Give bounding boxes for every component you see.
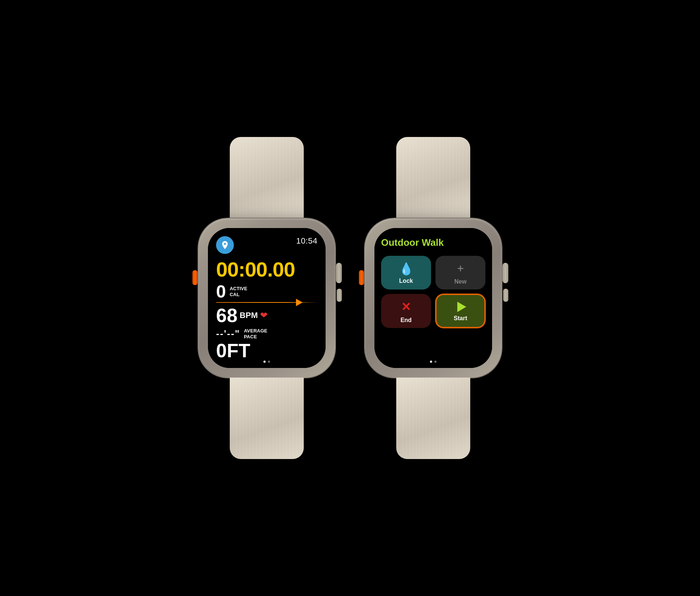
water-drop-icon: 💧 (399, 263, 414, 275)
start-label: Start (454, 315, 467, 322)
watch-1-screen: 10:54 00:00.00 0 ACTIVE CAL (208, 228, 326, 368)
play-icon (455, 302, 466, 312)
watch-2-crown[interactable] (502, 263, 508, 283)
watch-1-action-button[interactable] (192, 270, 198, 285)
workout-screen: 10:54 00:00.00 0 ACTIVE CAL (208, 228, 326, 368)
watch-2-side-button[interactable] (503, 289, 508, 302)
watch-1-time: 10:54 (296, 236, 317, 246)
watch-1: 10:54 00:00.00 0 ACTIVE CAL (198, 137, 335, 459)
cal-label: ACTIVE CAL (230, 286, 248, 297)
new-label: New (454, 278, 467, 285)
arrow-divider (216, 302, 317, 303)
end-button[interactable]: ✕ End (381, 294, 431, 328)
arrow-row (216, 302, 317, 303)
distance: 0FT (216, 341, 317, 360)
arrow-head-icon (296, 299, 303, 306)
pace-row: --'--" AVERAGE PACE (216, 328, 317, 339)
pace-dashes: --'--" (216, 328, 240, 339)
watch-2-band-bottom (396, 378, 470, 459)
watch-2-action-button[interactable] (359, 270, 364, 285)
pace-label: AVERAGE PACE (244, 328, 267, 339)
watch-2-band-top (396, 137, 470, 218)
watch-1-band-bottom (230, 378, 304, 459)
watch-1-body: 10:54 00:00.00 0 ACTIVE CAL (198, 218, 335, 378)
dot-2 (268, 361, 270, 363)
page-dots (263, 361, 270, 363)
lock-button[interactable]: 💧 Lock (381, 256, 431, 289)
page-dots-2 (430, 361, 437, 363)
watch-2: Outdoor Walk 💧 Lock + New (365, 137, 502, 459)
new-button[interactable]: + New (435, 256, 485, 289)
start-button[interactable]: Start (435, 294, 485, 328)
x-icon: ✕ (401, 300, 411, 314)
watch-1-crown[interactable] (336, 263, 342, 283)
dot-w2-1 (430, 361, 432, 363)
dot-w2-2 (434, 361, 437, 363)
play-triangle-icon (457, 302, 466, 312)
watch-2-screen: Outdoor Walk 💧 Lock + New (374, 228, 492, 368)
lock-label: Lock (399, 278, 413, 284)
bpm-row: 68 BPM ❤ (216, 306, 317, 325)
watch-1-band-top (230, 137, 304, 218)
plus-icon: + (457, 262, 464, 275)
heart-icon: ❤ (260, 310, 267, 321)
watch-2-body: Outdoor Walk 💧 Lock + New (365, 218, 502, 378)
workout-buttons-grid: 💧 Lock + New ✕ End (381, 256, 485, 328)
cal-row: 0 ACTIVE CAL (216, 283, 317, 301)
end-label: End (400, 317, 411, 324)
bpm-number: 68 (216, 306, 238, 325)
dot-1 (263, 361, 266, 363)
outdoor-walk-title: Outdoor Walk (381, 237, 485, 248)
workout-timer: 00:00.00 (216, 259, 317, 280)
watch-1-side-button[interactable] (337, 289, 342, 302)
location-icon (216, 236, 234, 254)
outdoor-walk-screen: Outdoor Walk 💧 Lock + New (374, 228, 492, 368)
bpm-text: BPM (240, 311, 258, 320)
watches-container: 10:54 00:00.00 0 ACTIVE CAL (198, 137, 502, 459)
cal-number: 0 (216, 283, 226, 301)
